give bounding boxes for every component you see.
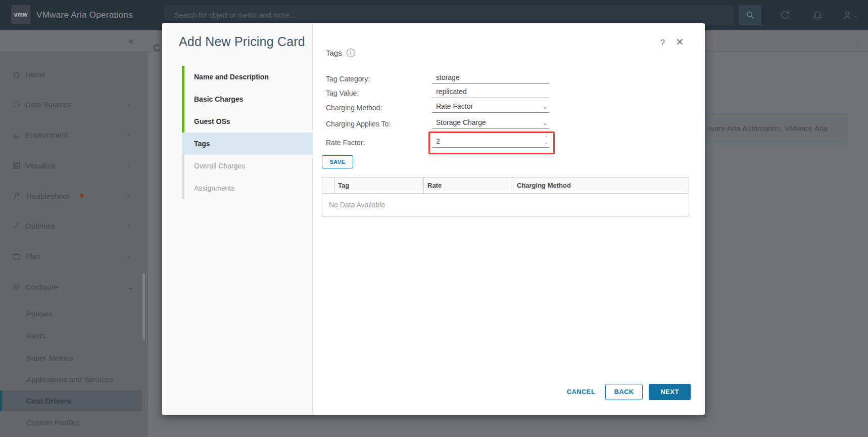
step-tags[interactable]: Tags — [182, 133, 313, 155]
sidebar-item-cost-drivers[interactable]: Cost Drivers — [0, 390, 142, 411]
chevron-down-icon: ⌄ — [543, 119, 548, 126]
tag-category-input[interactable]: storage — [432, 73, 549, 84]
table-empty-row: No Data Available — [322, 194, 689, 216]
global-search — [164, 5, 734, 25]
spinner-down-icon[interactable]: ⌄ — [544, 140, 548, 145]
search-button[interactable] — [739, 5, 761, 25]
step-progress-bar — [182, 88, 184, 110]
tags-table: Tag Rate Charging Method No Data Availab… — [322, 177, 689, 216]
sidebar-item-label: Data Sources — [25, 100, 71, 109]
sidebar-item-environment[interactable]: Environment › — [0, 123, 142, 146]
gear-icon — [12, 283, 21, 291]
sidebar-child-label: Custom Profiles — [26, 418, 80, 427]
tag-value-input[interactable]: replicated — [432, 88, 549, 98]
sidebar-item-label: Visualize — [25, 161, 56, 170]
app-title: VMware Aria Operations — [36, 0, 133, 30]
step-progress-bar — [182, 133, 184, 155]
page-title: C — [153, 42, 160, 54]
page-help-icon[interactable]: ? — [855, 38, 859, 48]
cancel-button[interactable]: CANCEL — [558, 384, 604, 400]
user-icon — [842, 10, 852, 21]
table-header-charging-method: Charging Method — [513, 178, 689, 193]
charging-applies-to-select[interactable]: Storage Charge ⌄ — [432, 118, 549, 129]
tags-table-header: Tag Rate Charging Method — [322, 178, 689, 194]
sidebar-item-optimize[interactable]: Optimize › — [0, 214, 142, 237]
data-sources-icon — [12, 100, 21, 109]
step-guest-oss[interactable]: Guest OSs — [182, 110, 313, 133]
sidebar-item-label: Troubleshoot — [25, 192, 69, 200]
charging-method-value: Rate Factor — [436, 102, 473, 110]
info-icon[interactable]: i — [347, 49, 355, 57]
sidebar-item-home[interactable]: Home — [0, 63, 142, 85]
step-progress-bar — [182, 155, 184, 177]
step-name-and-description[interactable]: Name and Description — [182, 66, 313, 88]
chevron-right-icon: › — [127, 192, 130, 200]
magic-wand-icon — [12, 222, 21, 230]
step-label: Basic Charges — [194, 95, 243, 103]
tag-value-value: replicated — [436, 88, 467, 96]
sidebar-item-label: Optimize — [25, 222, 55, 230]
background-card-text: ware Aria Automation, VMware Aria — [709, 124, 828, 133]
sidebar-item-policies[interactable]: Policies — [0, 303, 142, 324]
sidebar-collapse-button[interactable]: « — [128, 35, 134, 47]
refresh-button[interactable] — [775, 0, 796, 30]
sidebar-item-plan[interactable]: Plan › — [0, 245, 142, 267]
refresh-icon — [780, 10, 791, 21]
step-basic-charges[interactable]: Basic Charges — [182, 88, 313, 110]
sidebar-item-alerts[interactable]: Alerts — [0, 325, 142, 346]
step-label: Tags — [194, 140, 210, 148]
sidebar-child-label: Policies — [26, 310, 53, 318]
rate-factor-input[interactable]: 2 ⌃ ⌄ — [432, 137, 549, 148]
table-header-rate: Rate — [424, 178, 513, 193]
sidebar-item-visualize[interactable]: Visualize › — [0, 154, 142, 177]
charging-applies-to-value: Storage Charge — [436, 118, 486, 126]
modal-title: Add New Pricing Card — [179, 34, 305, 49]
sidebar-item-custom-profiles[interactable]: Custom Profiles — [0, 412, 142, 433]
sidebar-item-data-sources[interactable]: Data Sources › — [0, 93, 142, 115]
rate-factor-label: Rate Factor: — [326, 139, 365, 147]
empty-message: No Data Available — [329, 201, 385, 209]
charging-method-label: Charging Method: — [326, 104, 382, 112]
sidebar-item-super-metrics[interactable]: Super Metrics — [0, 347, 142, 368]
sidebar-item-label: Environment — [25, 130, 68, 139]
step-label: Name and Description — [194, 73, 269, 81]
chevron-right-icon: › — [127, 252, 130, 260]
home-icon — [12, 70, 21, 79]
environment-icon — [12, 130, 21, 139]
sidebar-item-applications-and-services[interactable]: Applications and Services — [0, 369, 142, 390]
back-button[interactable]: BACK — [605, 384, 643, 400]
sidebar-item-label: Configure — [25, 283, 58, 291]
chevron-down-icon: ⌄ — [127, 283, 133, 291]
visualize-icon — [12, 161, 21, 170]
notifications-button[interactable] — [807, 0, 828, 30]
table-header-tag: Tag — [334, 178, 424, 193]
tag-category-label: Tag Category: — [326, 75, 370, 83]
modal-help-icon[interactable]: ? — [660, 38, 665, 48]
charging-method-select[interactable]: Rate Factor ⌄ — [432, 102, 549, 113]
charging-applies-to-label: Charging Applies To: — [326, 120, 391, 128]
step-progress-bar — [182, 66, 184, 88]
sidebar-child-label: Cost Drivers — [26, 397, 71, 405]
section-heading: Tags i — [326, 49, 355, 57]
vmware-logo: vmw — [11, 5, 30, 24]
sidebar-item-troubleshoot[interactable]: Troubleshoot › — [0, 185, 142, 207]
wrench-icon — [12, 192, 21, 200]
close-icon[interactable]: ✕ — [676, 36, 684, 48]
sidebar-scrollbar[interactable] — [142, 273, 145, 340]
search-input[interactable] — [164, 5, 734, 25]
save-button[interactable]: SAVE — [322, 155, 353, 168]
step-progress-bar — [182, 110, 184, 133]
chevron-down-icon: ⌄ — [543, 103, 548, 110]
user-menu-button[interactable]: ⌄ — [837, 0, 863, 30]
step-label: Assignments — [194, 184, 234, 192]
step-assignments[interactable]: Assignments — [182, 177, 313, 199]
number-spinner[interactable]: ⌃ ⌄ — [544, 136, 548, 145]
next-button[interactable]: NEXT — [649, 384, 691, 400]
step-progress-bar — [182, 177, 184, 199]
chevron-right-icon: › — [127, 161, 130, 169]
step-label: Overall Charges — [194, 162, 245, 170]
bell-icon — [812, 10, 823, 21]
step-overall-charges[interactable]: Overall Charges — [182, 155, 313, 177]
sidebar-item-configure[interactable]: Configure ⌄ — [0, 276, 142, 298]
briefcase-icon — [12, 252, 21, 260]
